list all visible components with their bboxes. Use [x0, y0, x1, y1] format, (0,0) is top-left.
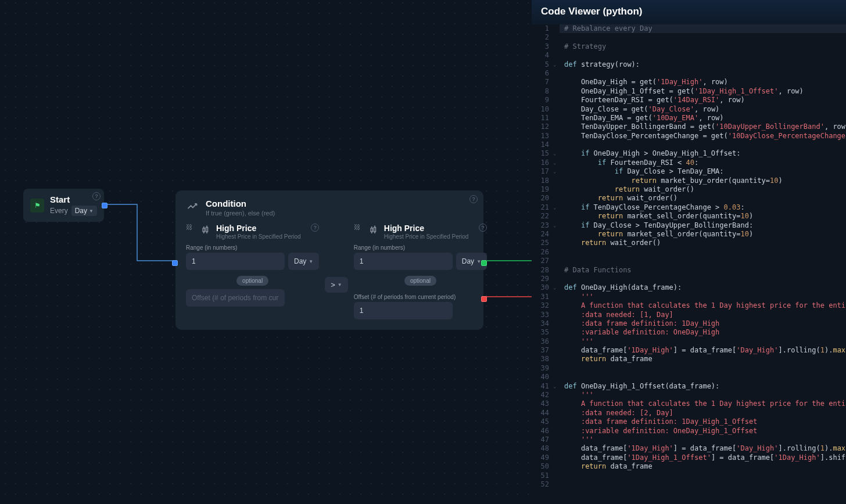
optional-badge: optional — [404, 276, 436, 286]
left-operand: ⛓ High Price Highest Price in Specified … — [186, 224, 319, 307]
help-icon[interactable]: ? — [469, 195, 478, 203]
range-input[interactable] — [354, 253, 453, 270]
offset-input[interactable] — [354, 302, 453, 319]
help-icon[interactable]: ? — [92, 192, 101, 200]
help-icon[interactable]: ? — [479, 224, 487, 232]
unlink-icon[interactable]: ⛓ — [186, 224, 195, 233]
input-port[interactable] — [172, 260, 178, 266]
start-title: Start — [50, 195, 97, 204]
help-icon[interactable]: ? — [311, 224, 319, 232]
code-viewer-panel: Code Viewer (python) 12345⌄6789101112131… — [532, 0, 846, 504]
comparator-select[interactable]: > ▼ — [325, 277, 348, 293]
right-operand: ⛓ High Price Highest Price in Specified … — [354, 224, 487, 319]
param-title: High Price — [216, 224, 301, 233]
unit-value: Day — [462, 257, 474, 265]
start-every-label: Every — [50, 207, 68, 215]
chevron-down-icon: ▼ — [338, 282, 342, 287]
svg-rect-3 — [206, 228, 208, 232]
start-period-value: Day — [75, 207, 87, 215]
flag-icon: ⚑ — [30, 199, 44, 213]
range-label: Range (in numbers) — [186, 244, 319, 251]
false-port[interactable] — [481, 296, 487, 302]
offset-label: Offset (# of periods from current period… — [354, 294, 487, 300]
code-editor[interactable]: 12345⌄6789101112131415⌄16⌄17⌄18192021⌄22… — [532, 24, 846, 504]
chevron-down-icon: ▼ — [476, 259, 481, 264]
param-subtitle: Highest Price in Specified Period — [384, 233, 469, 240]
condition-subtitle: If true (green), else (red) — [206, 210, 275, 217]
start-node[interactable]: ? ⚑ Start Every Day ▼ — [23, 189, 104, 222]
param-title: High Price — [384, 224, 469, 233]
candle-icon — [368, 225, 379, 236]
canvas[interactable]: ? ⚑ Start Every Day ▼ ? Condi — [0, 0, 532, 504]
code-lines[interactable]: # Rebalance every Day# Strategydef strat… — [560, 24, 846, 504]
output-port[interactable] — [102, 203, 107, 208]
chevron-down-icon: ▼ — [89, 208, 94, 214]
chevron-down-icon: ▼ — [309, 259, 313, 264]
svg-rect-6 — [371, 228, 372, 232]
optional-badge: optional — [236, 276, 268, 286]
true-port[interactable] — [481, 260, 487, 266]
condition-title: Condition — [206, 199, 275, 208]
svg-rect-0 — [203, 228, 205, 232]
condition-node[interactable]: ? Condition If true (green), else (red) … — [175, 190, 483, 330]
unlink-icon[interactable]: ⛓ — [354, 224, 363, 233]
offset-input[interactable] — [186, 289, 285, 307]
unit-select[interactable]: Day ▼ — [288, 253, 319, 270]
line-gutter: 12345⌄6789101112131415⌄16⌄17⌄18192021⌄22… — [532, 24, 560, 504]
range-label: Range (in numbers) — [354, 244, 487, 251]
code-viewer-title: Code Viewer (python) — [532, 0, 846, 24]
param-subtitle: Highest Price in Specified Period — [216, 233, 301, 240]
svg-rect-9 — [374, 228, 375, 232]
start-period-select[interactable]: Day ▼ — [71, 206, 97, 216]
range-input[interactable] — [186, 253, 285, 270]
candle-icon — [200, 225, 212, 236]
condition-icon — [186, 200, 199, 213]
comparator-value: > — [331, 280, 335, 289]
unit-value: Day — [294, 257, 306, 265]
